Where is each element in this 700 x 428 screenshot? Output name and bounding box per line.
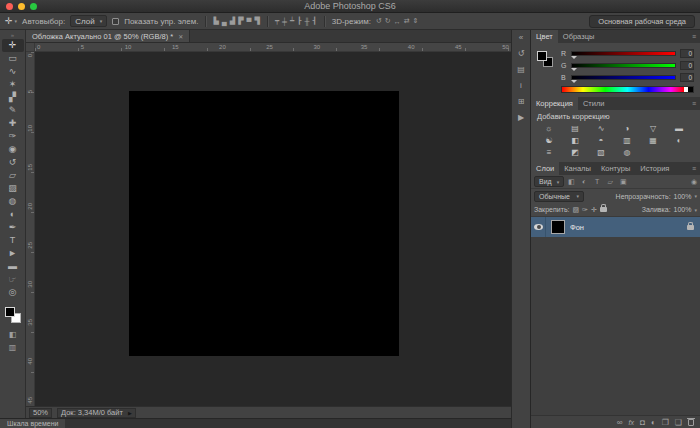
black-white-adjustment-icon[interactable]: ◧ bbox=[562, 134, 588, 146]
3d-slide-icon[interactable]: ⇄ bbox=[404, 17, 410, 25]
history-panel-icon[interactable]: ↺ bbox=[518, 49, 525, 58]
crop-tool[interactable]: ▞ bbox=[2, 91, 24, 104]
foreground-color-swatch[interactable] bbox=[5, 307, 15, 317]
gradient-map-adjustment-icon[interactable]: ▧ bbox=[588, 146, 614, 158]
green-channel-slider[interactable] bbox=[571, 63, 676, 68]
layer-style-icon[interactable]: fx bbox=[629, 419, 634, 426]
lock-transparency-icon[interactable]: ▨ bbox=[572, 206, 579, 214]
canvas-area[interactable] bbox=[35, 52, 511, 406]
curves-adjustment-icon[interactable]: ∿ bbox=[588, 122, 614, 134]
gradient-tool[interactable]: ▨ bbox=[2, 182, 24, 195]
tab-paths[interactable]: Контуры bbox=[596, 162, 635, 175]
document-tab[interactable]: Обложка Актуально 01 @ 50% (RGB/8) * ✕ bbox=[26, 30, 190, 42]
history-brush-tool[interactable]: ↺ bbox=[2, 156, 24, 169]
tab-styles[interactable]: Стили bbox=[578, 97, 610, 110]
color-balance-adjustment-icon[interactable]: ☯ bbox=[536, 134, 562, 146]
lock-pixels-icon[interactable]: ✑ bbox=[582, 206, 588, 214]
brightness-contrast-adjustment-icon[interactable]: ☼ bbox=[536, 122, 562, 134]
vibrance-adjustment-icon[interactable]: ▽ bbox=[640, 122, 666, 134]
new-adjustment-layer-icon[interactable]: ◐ bbox=[651, 418, 656, 427]
pen-tool[interactable]: ✒ bbox=[2, 221, 24, 234]
new-group-icon[interactable]: ❐ bbox=[662, 418, 669, 427]
channel-mixer-adjustment-icon[interactable]: ▥ bbox=[614, 134, 640, 146]
collapse-tools-icon[interactable]: » bbox=[11, 31, 14, 39]
posterize-adjustment-icon[interactable]: ≡ bbox=[536, 146, 562, 158]
dodge-tool[interactable]: ◐ bbox=[2, 208, 24, 221]
layer-mask-icon[interactable]: ◘ bbox=[640, 418, 645, 427]
layer-row-background[interactable]: Фон bbox=[531, 217, 700, 237]
tab-history[interactable]: История bbox=[635, 162, 674, 175]
properties-panel-icon[interactable]: ▤ bbox=[517, 65, 525, 74]
align-left-icon[interactable]: ▙ bbox=[213, 17, 218, 25]
link-layers-icon[interactable]: ∞ bbox=[617, 418, 623, 427]
panel-menu-icon[interactable]: ≡ bbox=[692, 165, 700, 172]
zoom-level-field[interactable]: 50% bbox=[29, 408, 52, 418]
actions-panel-icon[interactable]: ▶ bbox=[518, 113, 524, 122]
healing-brush-tool[interactable]: ✚ bbox=[2, 117, 24, 130]
color-spectrum-ramp[interactable] bbox=[561, 86, 694, 93]
distribute-hcenter-icon[interactable]: ╫ bbox=[305, 18, 310, 25]
collapse-dock-icon[interactable]: « bbox=[519, 33, 523, 42]
info-panel-icon[interactable]: i bbox=[520, 81, 522, 90]
lock-position-icon[interactable]: ✛ bbox=[591, 206, 597, 214]
quick-mask-button[interactable]: ◧ bbox=[9, 330, 17, 339]
quick-selection-tool[interactable]: ✶ bbox=[2, 78, 24, 91]
foreground-color-swatch[interactable] bbox=[537, 51, 547, 61]
opacity-value[interactable]: 100% bbox=[674, 193, 692, 200]
green-channel-value[interactable]: 0 bbox=[680, 61, 694, 70]
align-bottom-icon[interactable]: ▜ bbox=[254, 17, 259, 25]
type-tool[interactable]: T bbox=[2, 234, 24, 247]
new-layer-icon[interactable]: ❏ bbox=[675, 418, 682, 427]
hand-tool[interactable]: ☞ bbox=[2, 273, 24, 286]
clone-stamp-tool[interactable]: ◉ bbox=[2, 143, 24, 156]
tab-channels[interactable]: Каналы bbox=[559, 162, 596, 175]
invert-adjustment-icon[interactable]: ◐ bbox=[666, 134, 692, 146]
minimize-window-button[interactable] bbox=[18, 3, 25, 10]
fullscreen-window-button[interactable] bbox=[30, 3, 37, 10]
zoom-tool[interactable]: ◎ bbox=[2, 286, 24, 299]
path-selection-tool[interactable]: ► bbox=[2, 247, 24, 260]
distribute-right-icon[interactable]: ┨ bbox=[312, 17, 316, 25]
panel-menu-icon[interactable]: ≡ bbox=[692, 100, 700, 107]
document-canvas[interactable] bbox=[129, 91, 399, 356]
panel-menu-icon[interactable]: ≡ bbox=[692, 33, 700, 40]
document-info-field[interactable]: Док: 3,34М/0 байт ▶ bbox=[57, 408, 136, 418]
photo-filter-adjustment-icon[interactable]: ◓ bbox=[588, 134, 614, 146]
filter-toggle-icon[interactable]: ◉ bbox=[691, 178, 697, 186]
red-channel-value[interactable]: 0 bbox=[680, 49, 694, 58]
distribute-left-icon[interactable]: ┠ bbox=[297, 17, 301, 25]
tool-preset-picker[interactable]: ✛ ▾ bbox=[5, 16, 17, 26]
3d-rotate-icon[interactable]: ↺ bbox=[376, 17, 382, 25]
close-window-button[interactable] bbox=[6, 3, 13, 10]
filter-adjustment-layers-icon[interactable]: ◐ bbox=[579, 178, 589, 185]
selective-color-adjustment-icon[interactable]: ◍ bbox=[614, 146, 640, 158]
eyedropper-tool[interactable]: ✎ bbox=[2, 104, 24, 117]
eraser-tool[interactable]: ▱ bbox=[2, 169, 24, 182]
3d-roll-icon[interactable]: ↻ bbox=[385, 17, 391, 25]
blend-mode-dropdown[interactable]: Обычные ▾ bbox=[534, 191, 584, 202]
rectangle-tool[interactable]: ▬ bbox=[2, 260, 24, 273]
filter-kind-dropdown[interactable]: Вид ▾ bbox=[534, 176, 564, 187]
color-lookup-adjustment-icon[interactable]: ▦ bbox=[640, 134, 666, 146]
filter-type-layers-icon[interactable]: T bbox=[592, 178, 602, 185]
workspace-switcher-button[interactable]: Основная рабочая среда bbox=[589, 15, 695, 28]
status-flyout-icon[interactable]: ▶ bbox=[128, 410, 132, 416]
distribute-vcenter-icon[interactable]: ╪ bbox=[282, 18, 287, 25]
align-vcenter-icon[interactable]: ▀ bbox=[247, 18, 252, 25]
navigator-panel-icon[interactable]: ⊞ bbox=[518, 97, 525, 106]
delete-layer-icon[interactable] bbox=[688, 417, 694, 428]
blur-tool[interactable]: ◍ bbox=[2, 195, 24, 208]
autoselect-dropdown[interactable]: Слой ▾ bbox=[70, 15, 107, 27]
filter-pixel-layers-icon[interactable]: ◧ bbox=[566, 178, 576, 186]
red-channel-slider[interactable] bbox=[571, 51, 676, 56]
align-right-icon[interactable]: ▟ bbox=[230, 17, 235, 25]
levels-adjustment-icon[interactable]: ▤ bbox=[562, 122, 588, 134]
lasso-tool[interactable]: ∿ bbox=[2, 65, 24, 78]
screen-mode-button[interactable]: ▥ bbox=[9, 343, 17, 352]
distribute-top-icon[interactable]: ┯ bbox=[275, 17, 279, 25]
blue-channel-slider[interactable] bbox=[571, 75, 676, 80]
3d-pan-icon[interactable]: ↔ bbox=[394, 18, 401, 25]
threshold-adjustment-icon[interactable]: ◩ bbox=[562, 146, 588, 158]
brush-tool[interactable]: ✑ bbox=[2, 130, 24, 143]
layer-thumbnail[interactable] bbox=[551, 220, 565, 234]
